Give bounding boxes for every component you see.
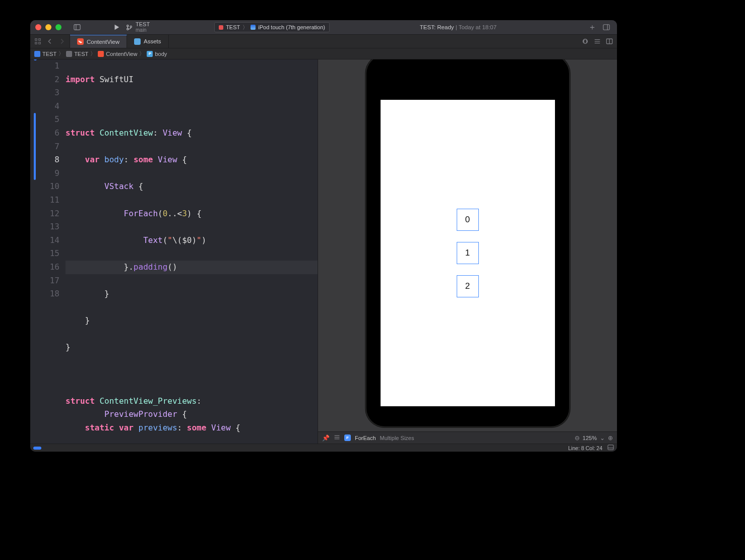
svg-rect-7: [35, 39, 37, 41]
branch-icon: [126, 24, 133, 31]
status-bar: Line: 8 Col: 24: [30, 444, 617, 452]
svg-point-2: [127, 25, 129, 26]
property-icon: P: [147, 51, 153, 57]
run-button[interactable]: [111, 22, 122, 33]
xcode-window: TEST main TEST 〉 iPod touch (7th generat…: [30, 20, 617, 452]
source-control-changes-icon[interactable]: [580, 36, 591, 47]
tab-label: ContentView: [87, 39, 119, 45]
nav-forward-button[interactable]: [56, 36, 68, 47]
destination-label: iPod touch (7th generation): [258, 24, 325, 30]
swift-file-icon: [98, 51, 104, 57]
toggle-navigator-button[interactable]: [72, 22, 83, 33]
window-controls: [35, 24, 61, 30]
minimize-window-button[interactable]: [45, 24, 51, 30]
svg-rect-10: [39, 42, 41, 44]
tab-contentview[interactable]: ContentView: [70, 35, 127, 48]
preview-object-label[interactable]: ForEach: [355, 435, 376, 441]
scheme-branch-indicator[interactable]: TEST main: [126, 22, 150, 33]
code-body[interactable]: import SwiftUI struct ContentView: View …: [66, 59, 318, 444]
folder-icon: [66, 51, 72, 57]
zoom-window-button[interactable]: [55, 24, 61, 30]
preview-cell[interactable]: 2: [457, 275, 479, 297]
add-editor-button[interactable]: [604, 36, 615, 47]
svg-rect-9: [35, 42, 37, 44]
scheme-label: TEST: [226, 24, 240, 30]
device-frame: 0 1 2: [365, 59, 570, 427]
svg-rect-5: [603, 25, 609, 30]
tab-bar: ContentView Assets: [30, 35, 617, 48]
crumb-project[interactable]: TEST: [34, 51, 56, 57]
toggle-debug-area-button[interactable]: [607, 445, 614, 451]
crumb-symbol[interactable]: P body: [147, 51, 167, 57]
chevron-right-icon: 〉: [242, 24, 248, 31]
assets-icon: [134, 38, 141, 45]
adjust-editor-options-button[interactable]: [592, 36, 603, 47]
run-destination-picker[interactable]: TEST 〉 iPod touch (7th generation): [214, 22, 330, 32]
zoom-in-button[interactable]: ⊕: [608, 434, 613, 442]
cursor-position-label: Line: 8 Col: 24: [568, 445, 602, 451]
tab-assets[interactable]: Assets: [127, 35, 169, 48]
activity-status: TEST: Ready | Today at 18:07: [334, 24, 583, 30]
device-icon: [251, 25, 256, 30]
svg-point-4: [130, 26, 132, 27]
pin-icon[interactable]: 📌: [322, 434, 330, 442]
tab-label: Assets: [144, 38, 161, 44]
zoom-level[interactable]: 125%: [583, 435, 597, 441]
preview-cell[interactable]: 1: [457, 242, 479, 264]
swift-file-icon: [77, 38, 84, 45]
crumb-file[interactable]: ContentView: [98, 51, 137, 57]
scheme-name: TEST: [136, 22, 150, 27]
preview-cell[interactable]: 0: [457, 209, 479, 231]
preview-canvas[interactable]: 0 1 2: [318, 59, 617, 431]
swiftui-preview-pane: 0 1 2 📌 F ForEach Multiple Sizes ⊖ 125%: [318, 59, 617, 444]
svg-rect-8: [39, 39, 41, 41]
svg-rect-0: [74, 25, 80, 30]
preview-toolbar: 📌 F ForEach Multiple Sizes ⊖ 125% ⌄ ⊕: [318, 431, 617, 444]
crumb-group[interactable]: TEST: [66, 51, 88, 57]
line-number-gutter: 1 2 3 4 5 6 7 8 9 10 11 12 13 14 15 16 1…: [30, 59, 66, 444]
change-indicator: [34, 113, 36, 180]
svg-point-3: [127, 28, 129, 30]
foreach-icon: F: [344, 434, 351, 441]
xcodeproj-icon: [34, 51, 40, 57]
add-button[interactable]: ＋: [587, 22, 598, 33]
related-items-button[interactable]: [32, 36, 43, 47]
preview-settings-icon[interactable]: [334, 434, 340, 442]
jump-bar[interactable]: TEST 〉 TEST 〉 ContentView 〉 P body: [30, 48, 617, 59]
nav-back-button[interactable]: [44, 36, 55, 47]
preview-size-label: Multiple Sizes: [380, 435, 414, 441]
debug-area-indicator[interactable]: [33, 447, 41, 450]
zoom-out-button[interactable]: ⊖: [575, 434, 580, 442]
library-button[interactable]: [601, 22, 612, 33]
branch-name: main: [136, 28, 150, 33]
titlebar: TEST main TEST 〉 iPod touch (7th generat…: [30, 20, 617, 35]
preview-screen: 0 1 2: [381, 100, 555, 406]
svg-rect-19: [608, 445, 613, 450]
source-editor[interactable]: 1 2 3 4 5 6 7 8 9 10 11 12 13 14 15 16 1…: [30, 59, 318, 444]
zoom-dropdown-icon[interactable]: ⌄: [600, 434, 605, 442]
close-window-button[interactable]: [35, 24, 41, 30]
app-icon: [219, 25, 223, 30]
editor-area: 1 2 3 4 5 6 7 8 9 10 11 12 13 14 15 16 1…: [30, 59, 617, 444]
